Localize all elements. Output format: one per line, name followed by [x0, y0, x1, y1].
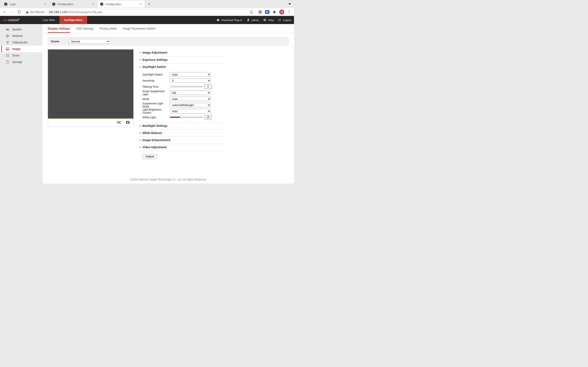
logout-link[interactable]: Logout [278, 18, 291, 22]
current-user[interactable]: admin [247, 18, 259, 22]
filtering-time-slider[interactable] [170, 86, 203, 87]
download-plugin-link[interactable]: Download Plug-in [216, 18, 242, 22]
forward-button[interactable] [9, 9, 15, 15]
tab-title: Configuration [57, 3, 90, 6]
accordion-white-balance[interactable]: ▾White Balance [139, 130, 225, 136]
subtab-privacy-mask[interactable]: Privacy Mask [100, 27, 117, 33]
svg-rect-2 [260, 11, 261, 11]
tab-close-button[interactable]: × [43, 2, 47, 6]
light-brightness-control-select[interactable]: Auto [170, 109, 211, 113]
svg-rect-6 [261, 12, 261, 12]
top-nav: Live View Configuration [38, 16, 87, 24]
sensitivity-select[interactable]: 4 [170, 78, 211, 83]
extensions-puzzle-icon[interactable] [272, 10, 277, 14]
smart-supplement-light-select[interactable]: ON [170, 91, 211, 95]
day-night-body: Day/Night Switch Auto Sensitivity 4 Filt… [139, 70, 225, 122]
preview-toolbar [48, 119, 134, 127]
url-input[interactable]: Not Secure 192.168.1.116:65001/doc/page/… [24, 9, 255, 15]
back-button[interactable] [2, 9, 7, 15]
url-text: 192.168.1.116:65001/doc/page/config.asp [49, 10, 102, 14]
sidebar-item-label: Network [12, 34, 23, 38]
accordion-backlight-settings[interactable]: ▾Backlight Settings [139, 123, 225, 129]
svg-rect-5 [260, 12, 261, 12]
mode-label: Mode [139, 98, 170, 100]
day-night-switch-select[interactable]: Auto [170, 72, 211, 77]
svg-marker-11 [268, 11, 268, 13]
sidebar-item-video-audio[interactable]: Video/Audio [0, 39, 43, 46]
sensitivity-label: Sensitivity [139, 79, 170, 82]
sidebar-item-label: Image [12, 47, 20, 50]
browser-tab-0[interactable]: Login × [2, 1, 49, 8]
filtering-time-label: Filtering Time [139, 85, 170, 88]
supplement-light-mode-select[interactable]: colorVuWhiteLight [170, 103, 211, 107]
sidebar-item-network[interactable]: Network [0, 33, 43, 39]
tab-close-button[interactable]: × [91, 2, 95, 6]
help-link[interactable]: ? Help [263, 18, 274, 22]
video-preview [48, 49, 134, 119]
not-secure-chip[interactable]: Not Secure [26, 10, 44, 14]
accordion-exposure-settings[interactable]: ▾Exposure Settings [139, 57, 225, 63]
settings-column: ▾Image Adjustment ▾Exposure Settings ▴Da… [139, 49, 225, 159]
accordion-video-adjustment[interactable]: ▾Video Adjustment [139, 144, 225, 150]
chevron-down-icon: ▾ [139, 146, 141, 149]
supplement-light-mode-label: Supplement Light Mode [139, 102, 170, 108]
subtab-image-parameters-switch[interactable]: Image Parameters Switch [123, 27, 155, 33]
apps-grid-icon[interactable] [258, 10, 262, 14]
account-menu-icon[interactable] [288, 2, 292, 6]
white-light-slider[interactable] [170, 117, 203, 118]
sidebar-item-label: Event [12, 54, 20, 57]
sidebar-item-image[interactable]: Image [0, 46, 43, 52]
svg-rect-7 [259, 13, 259, 13]
address-bar: Not Secure 192.168.1.116:65001/doc/page/… [0, 8, 294, 16]
browser-tab-2[interactable]: Configuration × [98, 1, 145, 8]
filtering-time-value[interactable]: 5 [205, 85, 212, 89]
sidebar-item-event[interactable]: Event [0, 52, 43, 59]
topnav-live-view[interactable]: Live View [38, 16, 60, 24]
svg-rect-9 [261, 13, 261, 13]
camera-favicon-icon [52, 2, 55, 6]
footer-copyright: ©2020 Hikvision Digital Technology Co., … [43, 178, 294, 181]
sidebar-item-system[interactable]: System [0, 26, 43, 33]
content-area: Display Settings OSD Settings Privacy Ma… [43, 24, 294, 184]
tab-close-button[interactable]: × [139, 2, 143, 6]
default-button[interactable]: Default [143, 154, 157, 159]
chevron-down-icon: ▾ [139, 139, 141, 142]
scene-bar: Scene Normal [48, 37, 289, 46]
camera-favicon-icon [4, 2, 7, 6]
svg-rect-24 [118, 122, 120, 123]
mode-select[interactable]: Auto [170, 97, 211, 101]
accordion-image-enhancement[interactable]: ▾Image Enhancement [139, 137, 225, 143]
profile-avatar[interactable]: M [279, 9, 284, 15]
zoom-extension-icon[interactable] [265, 10, 269, 14]
svg-rect-4 [259, 12, 259, 12]
accordion-image-adjustment[interactable]: ▾Image Adjustment [139, 49, 225, 56]
browser-tab-1[interactable]: Configuration × [50, 1, 96, 8]
subtab-display-settings[interactable]: Display Settings [48, 27, 70, 33]
chevron-up-icon: ▴ [139, 66, 141, 68]
sidebar-item-label: System [12, 28, 22, 31]
topnav-configuration[interactable]: Configuration [60, 16, 87, 24]
svg-rect-10 [266, 11, 268, 13]
svg-rect-17 [7, 41, 8, 43]
light-brightness-control-label: Light Brightness Control [139, 108, 170, 114]
day-night-switch-label: Day/Night Switch [139, 73, 170, 76]
smart-supplement-light-label: Smart Supplement Light [139, 90, 170, 96]
chevron-down-icon: ▾ [139, 51, 141, 54]
scene-select[interactable]: Normal [69, 39, 109, 44]
bookmark-star-icon[interactable] [249, 10, 253, 14]
snapshot-camera-icon[interactable] [126, 120, 130, 125]
chrome-menu-icon[interactable] [287, 10, 291, 14]
new-tab-button[interactable]: + [146, 1, 152, 7]
subtab-osd-settings[interactable]: OSD Settings [76, 27, 94, 33]
browser-chrome: Login × Configuration × Configuration × … [0, 0, 294, 16]
sidebar-item-storage[interactable]: Storage [0, 59, 43, 65]
tab-title: Login [9, 3, 42, 6]
sub-tabs: Display Settings OSD Settings Privacy Ma… [43, 24, 294, 33]
accordion-day-night-switch[interactable]: ▴Day/Night Switch [139, 64, 225, 70]
main-area: Scene Normal [43, 33, 294, 159]
expand-preview-icon[interactable] [117, 120, 121, 125]
reload-button[interactable] [16, 9, 22, 15]
chevron-down-icon: ▾ [139, 132, 141, 134]
white-light-value[interactable]: 35 [205, 115, 212, 119]
svg-rect-22 [6, 54, 9, 57]
